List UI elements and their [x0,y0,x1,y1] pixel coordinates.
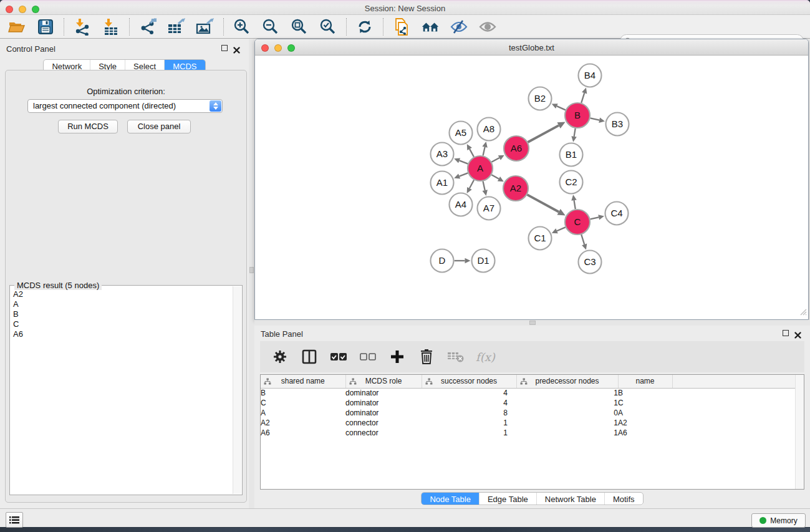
table-cell[interactable]: C [261,398,345,408]
table-scrollbar[interactable] [795,375,804,489]
table-cell[interactable]: B [618,388,672,398]
mcds-result-list[interactable]: A2ABCA6 [11,289,232,494]
graph-edge-C-C2[interactable] [574,200,576,209]
import-table-icon[interactable] [102,17,120,36]
tab-network-table[interactable]: Network Table [536,493,604,505]
zoom-selected-icon[interactable] [319,17,337,36]
deselect-all-checkboxes-icon[interactable] [359,347,377,366]
table-body[interactable]: Bdominator41BCdominator41CAdominator80AA… [261,388,796,438]
table-cell[interactable]: A2 [618,418,672,428]
vertical-split-divider[interactable] [249,39,254,508]
divider-grip[interactable] [529,321,536,325]
graph-edge-C-C3[interactable] [581,235,584,244]
horizontal-split-divider[interactable] [254,320,810,326]
graph-edge-C-C4[interactable] [590,217,599,219]
function-builder-icon[interactable]: f(x) [476,351,495,364]
export-table-icon[interactable] [167,17,186,36]
table-cell[interactable]: 1 [422,418,516,428]
column-header-name[interactable]: name [618,375,672,388]
open-file-icon[interactable] [7,17,26,36]
table-header-row[interactable]: shared name MCDS role successor nodes pr… [261,375,796,388]
graph-edge-B-B3[interactable] [591,118,600,120]
graph-edge-B-B4[interactable] [581,93,584,103]
table-cell[interactable]: A6 [261,428,345,438]
graph-edge-A-A2[interactable] [491,175,499,179]
refresh-icon[interactable] [355,17,374,36]
network-canvas[interactable]: B4B2BB3A8A5A6A3B1AA1C2A2A4A7C4CC1C3DD1 [255,56,808,319]
node-data-table[interactable]: shared name MCDS role successor nodes pr… [261,375,796,438]
graph-edge-A6-B[interactable] [528,125,559,142]
graph-edge-A-A3[interactable] [460,160,468,163]
save-session-icon[interactable] [36,17,55,36]
table-cell[interactable]: dominator [345,388,422,398]
mcds-result-item[interactable]: A [11,299,232,309]
graph-edge-A-A1[interactable] [460,173,468,176]
table-cell[interactable]: C [618,398,672,408]
select-all-checkboxes-icon[interactable] [329,347,348,366]
graph-edge-A-A5[interactable] [470,149,474,157]
table-cell[interactable]: 4 [422,388,516,398]
tab-motifs[interactable]: Motifs [604,493,643,505]
graph-edge-A-A7[interactable] [483,181,485,191]
column-header-shared-name[interactable]: shared name [261,375,345,388]
column-header-predecessor-nodes[interactable]: predecessor nodes [516,375,618,388]
column-header-successor-nodes[interactable]: successor nodes [422,375,516,388]
table-cell[interactable]: 4 [422,398,516,408]
export-image-icon[interactable] [196,17,215,36]
zoom-out-icon[interactable] [261,17,280,36]
table-row[interactable]: Cdominator41C [261,398,796,408]
graph-edge-C-C1[interactable] [557,227,566,231]
mcds-result-item[interactable]: A6 [11,329,232,339]
graph-edge-A-A4[interactable] [470,180,474,188]
table-row[interactable]: A6connector11A6 [261,428,796,438]
table-cell[interactable]: B [261,388,345,398]
float-panel-icon[interactable] [221,45,228,51]
zoom-in-icon[interactable] [233,17,251,36]
show-column-icon[interactable] [300,347,319,366]
close-panel-icon[interactable] [233,45,240,56]
table-cell[interactable]: 1 [516,398,618,408]
table-cell[interactable]: dominator [345,408,422,418]
mcds-result-item[interactable]: B [11,309,232,319]
network-window-titlebar[interactable]: testGlobe.txt [255,39,808,56]
table-row[interactable]: Bdominator41B [261,388,796,398]
table-cell[interactable]: A6 [618,428,672,438]
mcds-result-item[interactable]: A2 [11,289,232,299]
run-mcds-button[interactable]: Run MCDS [58,120,118,133]
table-cell[interactable]: A [261,408,345,418]
home-icon[interactable] [421,17,440,36]
graph-edge-A-A8[interactable] [483,147,485,156]
table-cell[interactable]: 0 [516,408,618,418]
table-cell[interactable]: 1 [516,418,618,428]
mcds-result-item[interactable]: C [11,319,232,329]
table-cell[interactable]: dominator [345,398,422,408]
divider-grip[interactable] [249,267,254,273]
hide-selected-eye-slash-icon[interactable] [450,17,468,36]
table-settings-gear-icon[interactable] [271,347,289,366]
table-cell[interactable]: connector [345,418,422,428]
new-network-from-selection-icon[interactable] [392,17,411,36]
graph-edge-B-B2[interactable] [557,106,566,110]
table-cell[interactable]: A2 [261,418,345,428]
export-network-icon[interactable] [138,17,157,36]
table-cell[interactable]: 1 [516,388,618,398]
float-panel-icon[interactable] [783,330,789,336]
close-panel-button[interactable]: Close panel [127,120,191,133]
add-column-plus-icon[interactable] [388,347,407,366]
tab-edge-table[interactable]: Edge Table [479,493,536,505]
table-cell[interactable]: 1 [516,428,618,438]
task-history-button[interactable] [6,512,23,528]
table-cell[interactable]: 8 [422,408,516,418]
table-cell[interactable]: connector [345,428,422,438]
graph-edge-A2-C[interactable] [527,195,559,212]
table-row[interactable]: Adominator80A [261,408,796,418]
delete-column-trash-icon[interactable] [417,347,436,366]
show-all-eye-icon[interactable] [478,17,497,36]
column-header-mcds-role[interactable]: MCDS role [345,375,422,388]
import-network-icon[interactable] [73,17,92,36]
graph-edge-B-B1[interactable] [574,128,576,137]
optimization-criterion-select[interactable]: largest connected component (directed) [27,99,223,113]
close-panel-icon[interactable] [794,330,801,341]
tab-node-table[interactable]: Node Table [422,493,479,505]
table-cell[interactable]: A [618,408,672,418]
